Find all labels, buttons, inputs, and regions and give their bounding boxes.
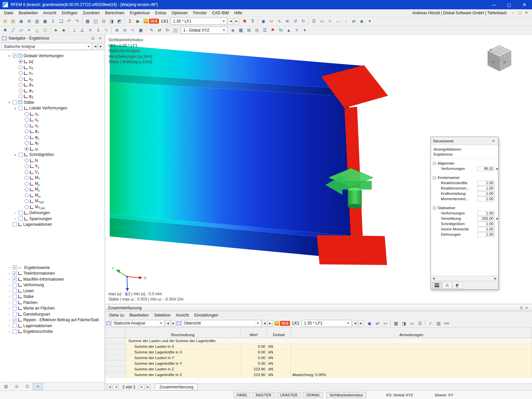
factor-value-input[interactable]: 256.00: [477, 216, 495, 221]
object-snap-icon[interactable]: ◎: [253, 26, 261, 34]
status-toggle-fang[interactable]: FANG: [233, 392, 250, 398]
scroll-right-icon[interactable]: ▶: [493, 277, 498, 280]
factor-row[interactable]: Reaktionskräfte1.00: [431, 180, 498, 186]
radio-button[interactable]: [25, 205, 29, 209]
float-panel-icon[interactable]: ⊡: [519, 306, 524, 310]
expand-icon[interactable]: ›: [13, 217, 17, 220]
previous-page-button[interactable]: ◀: [113, 384, 119, 390]
insert-surface-icon[interactable]: △: [33, 26, 41, 34]
printout-report-icon[interactable]: ▭: [318, 17, 326, 25]
view-render-icon[interactable]: ⊡: [100, 17, 107, 25]
radio-button[interactable]: [25, 118, 29, 122]
checkbox[interactable]: [13, 283, 17, 287]
surface-load-icon[interactable]: ⇓: [94, 26, 102, 34]
menu-item-ansicht[interactable]: Ansicht: [41, 9, 59, 16]
tree-item[interactable]: Vy: [0, 164, 105, 170]
radio-button[interactable]: [19, 83, 23, 87]
table-row[interactable]: Summe der Lasten in Z223.90kN: [105, 366, 532, 372]
table-row[interactable]: Summe der Lagerkräfte in Y0.00kN: [105, 361, 532, 366]
factor-row[interactable]: Schnittgrößen1.00: [431, 221, 498, 226]
tree-item[interactable]: uX: [0, 65, 105, 70]
tree-item[interactable]: ›✓x.xErgebniswerte: [0, 265, 105, 271]
factor-value-input[interactable]: 1.00: [477, 211, 495, 216]
next-view-button[interactable]: ▶: [268, 320, 273, 327]
checkbox[interactable]: ✓: [13, 265, 17, 270]
model-viewport[interactable]: X Y Z Z -Y: [105, 35, 532, 304]
radio-button[interactable]: [25, 159, 29, 163]
print-icon[interactable]: ▥: [33, 17, 41, 25]
save-icon[interactable]: ▣: [41, 17, 49, 25]
radio-button[interactable]: [25, 147, 29, 151]
delete-results-icon[interactable]: ✖: [241, 17, 248, 25]
factor-group[interactable]: −Allgemein: [431, 161, 498, 166]
tree-item[interactable]: uy: [0, 117, 105, 123]
close-icon[interactable]: ✕: [97, 36, 103, 41]
collapse-icon[interactable]: −: [433, 162, 436, 165]
insert-solid-icon[interactable]: ◻: [41, 26, 49, 34]
collapse-icon[interactable]: ∨: [7, 54, 11, 58]
next-analysis-button[interactable]: ▶: [98, 43, 103, 50]
percent-display-icon[interactable]: %: [277, 26, 285, 34]
checkbox[interactable]: [19, 211, 23, 215]
steuerpanel-titlebar[interactable]: Steuerpanel ✕: [431, 137, 498, 145]
radio-button[interactable]: [25, 164, 29, 168]
summary-titlebar[interactable]: Zusammenfassung ⊡ ✕: [105, 304, 532, 312]
summary-menu-einstellungen[interactable]: Einstellungen: [192, 312, 221, 319]
steuerpanel-scrollbar[interactable]: ◀ ▶: [431, 276, 498, 281]
summary-menu-selektion[interactable]: Selektion: [151, 312, 173, 319]
checkbox[interactable]: [19, 153, 23, 157]
edit-object-icon[interactable]: ✎: [148, 26, 155, 34]
next-button[interactable]: ▶: [171, 320, 176, 327]
open-model-icon[interactable]: ▤: [9, 17, 17, 25]
expand-icon[interactable]: ›: [7, 318, 11, 322]
collapse-icon[interactable]: −: [433, 176, 436, 179]
section-row[interactable]: Summe der Lasten und die Summe der Lager…: [105, 338, 532, 344]
factor-value-input[interactable]: 1.00: [477, 227, 495, 232]
factor-group[interactable]: −Knotenweise: [431, 175, 498, 180]
table-row[interactable]: Summe der Lagerkräfte in Z223.90kNAbweic…: [105, 372, 532, 378]
expand-icon[interactable]: ›: [7, 324, 11, 328]
menu-item-extras[interactable]: Extras: [152, 9, 169, 16]
result-animation-back-icon[interactable]: ↻: [299, 17, 307, 25]
checkbox[interactable]: ✓: [13, 54, 17, 58]
checkbox[interactable]: [13, 312, 17, 316]
tab-filter[interactable]: ◩: [453, 282, 462, 289]
summary-menu-bearbeiten[interactable]: Bearbeiten: [127, 312, 151, 319]
factor-row[interactable]: Innere Momente1.00: [431, 226, 498, 232]
menu-item-datei[interactable]: Datei: [1, 9, 16, 16]
base-settings-icon[interactable]: ⚙: [25, 17, 33, 25]
line-load-icon[interactable]: ≡: [86, 26, 94, 34]
summary-menu-gehe zu[interactable]: Gehe zu: [106, 312, 127, 319]
radio-button[interactable]: [25, 124, 29, 128]
tree-item[interactable]: ›Flächen: [0, 300, 105, 306]
scroll-left-icon[interactable]: ◀: [431, 277, 436, 280]
checkbox[interactable]: ✓: [13, 277, 17, 281]
expand-icon[interactable]: ›: [7, 283, 11, 287]
result-contours-icon[interactable]: ≋: [283, 17, 291, 25]
result-diagrams-icon[interactable]: ∿: [275, 17, 283, 25]
summary-menu-ansicht[interactable]: Ansicht: [173, 312, 192, 319]
status-toggle-raster[interactable]: RASTER: [252, 392, 275, 398]
measure-vertical-icon[interactable]: ↕: [342, 17, 349, 25]
tree-item[interactable]: ›Spannungen: [0, 216, 105, 222]
radio-button[interactable]: [25, 170, 29, 174]
table-list-icon[interactable]: ☰: [416, 320, 424, 327]
expand-icon[interactable]: ›: [7, 266, 11, 269]
factor-row[interactable]: Momentenvert...1.00: [431, 196, 498, 201]
close-view-icon[interactable]: ✕: [293, 26, 301, 34]
view-isometric-icon[interactable]: ◩: [116, 17, 123, 25]
tab-display-navigator[interactable]: ◎: [12, 383, 22, 390]
view-wireframe-icon[interactable]: ▦: [84, 17, 91, 25]
menu-item-ergebnisse[interactable]: Ergebnisse: [127, 9, 152, 16]
tab-views-navigator[interactable]: ⊡: [22, 383, 32, 390]
factor-row[interactable]: Reaktionsmom...1.00: [431, 186, 498, 191]
coordinate-system-combo[interactable]: 1 - Global XYZ ▼: [181, 27, 227, 34]
tree-item[interactable]: My: [0, 181, 105, 187]
tree-item[interactable]: ›Stäbe: [0, 294, 105, 300]
radio-button[interactable]: [25, 176, 29, 180]
previous-load-button[interactable]: ◀: [352, 320, 357, 327]
tree-item[interactable]: ›Linien: [0, 288, 105, 294]
tree-item[interactable]: ›✓Rippen - Effektiver Beitrag auf Fläche…: [0, 317, 105, 323]
next-load-button[interactable]: ▶: [358, 320, 363, 327]
last-page-button[interactable]: ▶|: [145, 384, 151, 390]
